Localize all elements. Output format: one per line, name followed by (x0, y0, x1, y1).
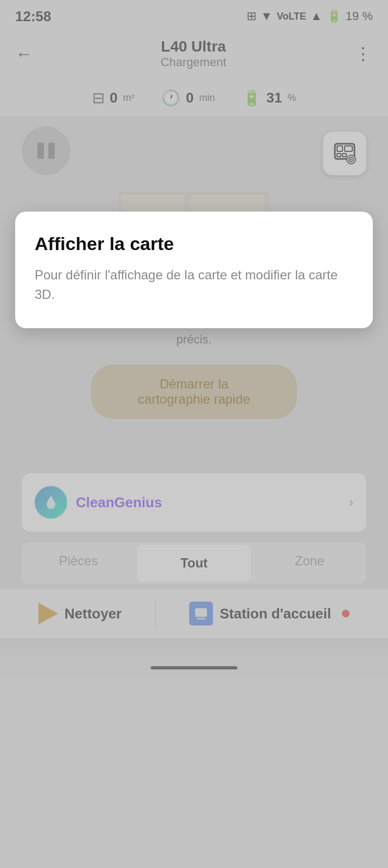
modal-title: Afficher la carte (35, 233, 353, 254)
modal-body: Pour définir l'affichage de la carte et … (35, 265, 353, 304)
overlay (0, 0, 388, 868)
full-page: 12:58 ⊞ ▼ VoLTE ▲ 🔋 19 % ← L40 Ultra Cha… (0, 0, 388, 868)
modal-card: Afficher la carte Pour définir l'afficha… (15, 212, 373, 328)
